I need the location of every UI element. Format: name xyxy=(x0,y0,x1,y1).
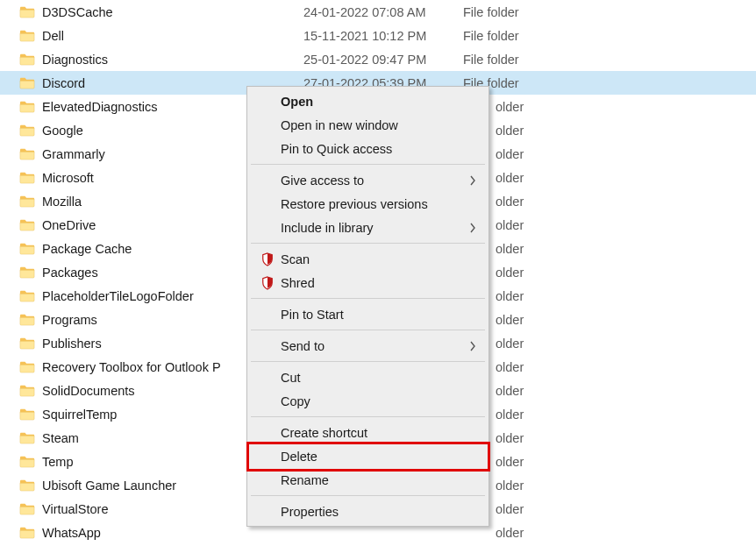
menu-item-label: Scan xyxy=(281,252,476,266)
menu-item-icon xyxy=(261,276,279,290)
folder-icon xyxy=(19,384,35,398)
menu-item-send-to[interactable]: Send to xyxy=(249,334,487,358)
folder-icon xyxy=(19,124,35,138)
folder-icon xyxy=(19,313,35,327)
file-date: 25-01-2022 09:47 PM xyxy=(303,53,463,67)
file-type: older xyxy=(463,526,653,540)
file-type: older xyxy=(463,408,653,422)
folder-icon xyxy=(19,76,35,90)
folder-icon-cell xyxy=(16,29,39,43)
menu-item-open[interactable]: Open xyxy=(249,89,487,113)
folder-icon-cell xyxy=(16,266,39,280)
menu-item-label: Pin to Quick access xyxy=(281,142,476,156)
file-type: older xyxy=(463,171,653,185)
file-name: Dell xyxy=(39,29,303,43)
folder-icon xyxy=(19,100,35,114)
menu-item-label: Give access to xyxy=(281,174,469,188)
menu-item-open-in-new-window[interactable]: Open in new window xyxy=(249,113,487,137)
folder-icon-cell xyxy=(16,242,39,256)
file-date: 24-01-2022 07:08 AM xyxy=(303,5,463,19)
folder-icon xyxy=(19,242,35,256)
folder-icon-cell xyxy=(16,479,39,493)
folder-icon-cell xyxy=(16,218,39,232)
folder-icon-cell xyxy=(16,502,39,516)
folder-icon xyxy=(19,171,35,185)
folder-icon-cell xyxy=(16,124,39,138)
folder-icon xyxy=(19,408,35,422)
menu-separator xyxy=(251,495,485,496)
folder-icon-cell xyxy=(16,455,39,469)
menu-item-scan[interactable]: Scan xyxy=(249,247,487,271)
file-name: Diagnostics xyxy=(39,53,303,67)
file-type: older xyxy=(463,218,653,232)
submenu-chevron xyxy=(469,174,476,187)
submenu-chevron xyxy=(469,222,476,234)
menu-item-rename[interactable]: Rename xyxy=(249,468,487,492)
file-type: older xyxy=(463,147,653,161)
file-type: older xyxy=(463,313,653,327)
menu-item-shred[interactable]: Shred xyxy=(249,271,487,294)
file-type: older xyxy=(463,479,653,493)
folder-icon xyxy=(19,502,35,516)
file-name: WhatsApp xyxy=(39,526,303,540)
file-type: older xyxy=(463,266,653,280)
file-type: older xyxy=(463,337,653,351)
menu-item-create-shortcut[interactable]: Create shortcut xyxy=(249,421,487,444)
mcafee-shield-icon xyxy=(261,276,274,290)
file-name: D3DSCache xyxy=(39,5,303,19)
menu-item-include-in-library[interactable]: Include in library xyxy=(249,216,487,239)
menu-item-label: Shred xyxy=(281,276,476,290)
menu-item-give-access-to[interactable]: Give access to xyxy=(249,168,487,192)
folder-icon xyxy=(19,53,35,67)
file-type: older xyxy=(463,124,653,138)
folder-icon-cell xyxy=(16,76,39,90)
context-menu[interactable]: OpenOpen in new windowPin to Quick acces… xyxy=(246,86,489,527)
menu-item-label: Pin to Start xyxy=(281,308,476,322)
menu-item-restore-previous-versions[interactable]: Restore previous versions xyxy=(249,192,487,216)
file-type: older xyxy=(463,289,653,303)
menu-item-cut[interactable]: Cut xyxy=(249,365,487,389)
folder-icon-cell xyxy=(16,195,39,209)
menu-item-pin-to-quick-access[interactable]: Pin to Quick access xyxy=(249,137,487,160)
file-type: older xyxy=(463,242,653,256)
menu-item-label: Restore previous versions xyxy=(281,197,476,211)
file-row[interactable]: Diagnostics25-01-2022 09:47 PMFile folde… xyxy=(0,47,756,71)
mcafee-shield-icon xyxy=(261,252,274,266)
chevron-right-icon xyxy=(469,340,476,352)
menu-item-label: Open in new window xyxy=(281,118,476,132)
folder-icon xyxy=(19,195,35,209)
folder-icon-cell xyxy=(16,289,39,303)
folder-icon-cell xyxy=(16,313,39,327)
folder-icon-cell xyxy=(16,431,39,445)
menu-item-label: Cut xyxy=(281,371,476,385)
folder-icon-cell xyxy=(16,360,39,374)
folder-icon xyxy=(19,29,35,43)
folder-icon xyxy=(19,337,35,351)
menu-item-properties[interactable]: Properties xyxy=(249,500,487,523)
menu-item-label: Include in library xyxy=(281,221,469,235)
folder-icon-cell xyxy=(16,408,39,422)
menu-item-pin-to-start[interactable]: Pin to Start xyxy=(249,302,487,326)
menu-item-label: Properties xyxy=(281,505,476,519)
file-type: older xyxy=(463,431,653,445)
file-row[interactable]: Dell15-11-2021 10:12 PMFile folder xyxy=(0,24,756,47)
folder-icon xyxy=(19,266,35,280)
file-row[interactable]: D3DSCache24-01-2022 07:08 AMFile folder xyxy=(0,0,756,24)
submenu-chevron xyxy=(469,340,476,352)
folder-icon-cell xyxy=(16,384,39,398)
menu-separator xyxy=(251,164,485,165)
file-date: 15-11-2021 10:12 PM xyxy=(303,29,463,43)
menu-separator xyxy=(251,330,485,330)
menu-separator xyxy=(251,243,485,244)
menu-item-icon xyxy=(261,252,279,266)
folder-icon xyxy=(19,431,35,445)
menu-item-label: Create shortcut xyxy=(281,426,476,440)
folder-icon-cell xyxy=(16,5,39,19)
chevron-right-icon xyxy=(469,222,476,234)
folder-icon xyxy=(19,360,35,374)
folder-icon-cell xyxy=(16,337,39,351)
menu-item-delete[interactable]: Delete xyxy=(249,444,487,468)
file-type: older xyxy=(463,455,653,469)
menu-item-copy[interactable]: Copy xyxy=(249,389,487,413)
menu-item-label: Delete xyxy=(281,450,476,464)
